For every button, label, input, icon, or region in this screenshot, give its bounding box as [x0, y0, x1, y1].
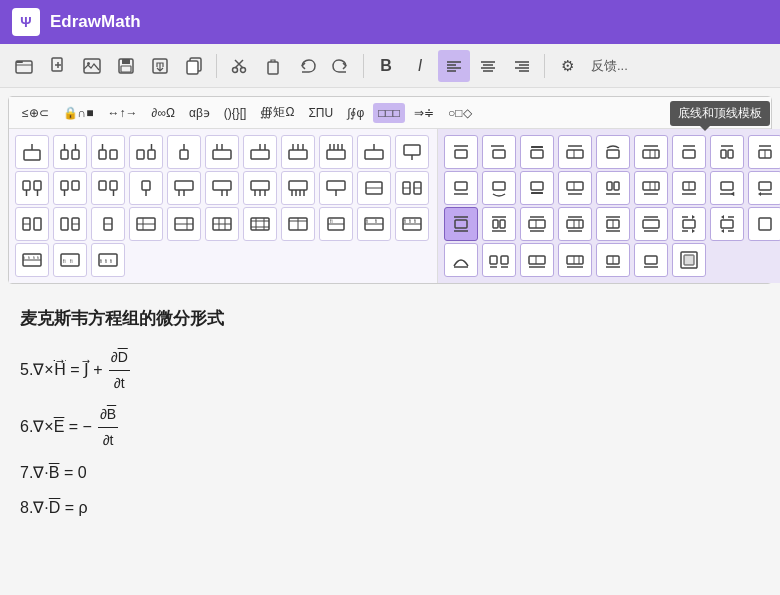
- accent-overline-4[interactable]: [558, 135, 592, 169]
- save-button[interactable]: [110, 50, 142, 82]
- sym-cell-0-2[interactable]: [91, 135, 125, 169]
- accent-extra-2[interactable]: [482, 243, 516, 277]
- bold-button[interactable]: B: [370, 50, 402, 82]
- accent-both-6[interactable]: [634, 207, 668, 241]
- accent-underline-9[interactable]: [748, 171, 780, 205]
- image-button[interactable]: [76, 50, 108, 82]
- accent-extra-7[interactable]: [672, 243, 706, 277]
- sym-tab-1[interactable]: 🔒∩■: [58, 103, 99, 123]
- align-right-button[interactable]: [506, 50, 538, 82]
- sym-tab-8[interactable]: ∫∮φ: [342, 103, 369, 123]
- accent-both-7[interactable]: [672, 207, 706, 241]
- accent-both-8[interactable]: [710, 207, 744, 241]
- sym-tab-10[interactable]: ⇒≑: [409, 103, 439, 123]
- accent-underline-8[interactable]: [710, 171, 744, 205]
- accent-extra-3[interactable]: [520, 243, 554, 277]
- accent-overline-5[interactable]: [596, 135, 630, 169]
- align-left-button[interactable]: [438, 50, 470, 82]
- accent-underline-4[interactable]: [558, 171, 592, 205]
- sym-cell-3-3[interactable]: fifififi: [15, 243, 49, 277]
- accent-underline-6[interactable]: [634, 171, 668, 205]
- sym-cell-0-8[interactable]: [319, 135, 353, 169]
- paste-button[interactable]: [257, 50, 289, 82]
- align-center-button[interactable]: [472, 50, 504, 82]
- sym-cell-3-1[interactable]: fifi: [357, 207, 391, 241]
- accent-extra-6[interactable]: [634, 243, 668, 277]
- sym-cell-2-0[interactable]: [357, 171, 391, 205]
- accent-underline-3[interactable]: [520, 171, 554, 205]
- sym-tab-4[interactable]: αβ϶: [184, 103, 215, 123]
- sym-cell-3-0[interactable]: fi: [319, 207, 353, 241]
- sym-cell-3-2[interactable]: fififi: [395, 207, 429, 241]
- sym-cell-2-1[interactable]: [395, 171, 429, 205]
- accent-overline-3[interactable]: [520, 135, 554, 169]
- accent-both-9[interactable]: [748, 207, 780, 241]
- sym-tab-3[interactable]: ∂∞Ω: [146, 103, 179, 123]
- accent-extra-5[interactable]: [596, 243, 630, 277]
- sym-cell-2-2[interactable]: [15, 207, 49, 241]
- sym-cell-3-4[interactable]: fifi: [53, 243, 87, 277]
- sym-cell-0-3[interactable]: [129, 135, 163, 169]
- sym-cell-0-5[interactable]: [205, 135, 239, 169]
- sym-cell-1-5[interactable]: [167, 171, 201, 205]
- accent-both-4[interactable]: [558, 207, 592, 241]
- feedback-label[interactable]: 反馈...: [585, 57, 634, 75]
- accent-both-1[interactable]: [444, 207, 478, 241]
- sym-cell-1-2[interactable]: [53, 171, 87, 205]
- accent-underline-2[interactable]: [482, 171, 516, 205]
- sym-cell-0-6[interactable]: [243, 135, 277, 169]
- accent-overline-2[interactable]: [482, 135, 516, 169]
- sym-cell-0-1[interactable]: [53, 135, 87, 169]
- sym-cell-2-3[interactable]: [53, 207, 87, 241]
- sym-cell-1-8[interactable]: [281, 171, 315, 205]
- cut-button[interactable]: [223, 50, 255, 82]
- sym-cell-1-6[interactable]: [205, 171, 239, 205]
- accent-underline-5[interactable]: [596, 171, 630, 205]
- sym-tab-2[interactable]: ↔↑→: [102, 103, 142, 123]
- sym-cell-3-5[interactable]: fififi: [91, 243, 125, 277]
- sym-cell-2-7[interactable]: [205, 207, 239, 241]
- accent-overline-6[interactable]: [634, 135, 668, 169]
- sym-tab-7[interactable]: ΣΠU: [303, 103, 338, 123]
- accent-both-3[interactable]: [520, 207, 554, 241]
- open-button[interactable]: [8, 50, 40, 82]
- accent-underline-7[interactable]: [672, 171, 706, 205]
- sym-tab-11[interactable]: ○□◇: [443, 103, 477, 123]
- accent-overline-8[interactable]: [710, 135, 744, 169]
- sym-cell-0-9[interactable]: [357, 135, 391, 169]
- accent-both-2[interactable]: [482, 207, 516, 241]
- accent-extra-1[interactable]: [444, 243, 478, 277]
- accent-extra-4[interactable]: [558, 243, 592, 277]
- sym-tab-0[interactable]: ≤⊕⊂: [17, 103, 54, 123]
- sym-cell-2-9[interactable]: [281, 207, 315, 241]
- sym-cell-0-7[interactable]: [281, 135, 315, 169]
- sym-cell-1-7[interactable]: [243, 171, 277, 205]
- sym-cell-2-5[interactable]: [129, 207, 163, 241]
- undo-button[interactable]: [291, 50, 323, 82]
- accent-overline-7[interactable]: [672, 135, 706, 169]
- sym-tab-6[interactable]: ∰矩Ω: [255, 101, 299, 124]
- svg-rect-171: [567, 182, 583, 190]
- redo-button[interactable]: [325, 50, 357, 82]
- sym-tab-9[interactable]: □□□: [373, 103, 405, 123]
- sym-cell-1-9[interactable]: [319, 171, 353, 205]
- accent-both-5[interactable]: [596, 207, 630, 241]
- settings-button[interactable]: ⚙: [551, 50, 583, 82]
- export-button[interactable]: [144, 50, 176, 82]
- accent-overline-9[interactable]: [748, 135, 780, 169]
- italic-button[interactable]: I: [404, 50, 436, 82]
- accent-underline-1[interactable]: [444, 171, 478, 205]
- accent-overline-1[interactable]: [444, 135, 478, 169]
- sym-cell-1-0[interactable]: [395, 135, 429, 169]
- copy2-button[interactable]: [178, 50, 210, 82]
- sym-cell-1-1[interactable]: [15, 171, 49, 205]
- sym-cell-0-4[interactable]: [167, 135, 201, 169]
- sym-tab-5[interactable]: (){}[]: [219, 103, 252, 123]
- sym-cell-2-8[interactable]: [243, 207, 277, 241]
- sym-cell-1-4[interactable]: [129, 171, 163, 205]
- sym-cell-1-3[interactable]: [91, 171, 125, 205]
- sym-cell-2-6[interactable]: [167, 207, 201, 241]
- sym-cell-0-0[interactable]: [15, 135, 49, 169]
- new-button[interactable]: [42, 50, 74, 82]
- sym-cell-2-4[interactable]: [91, 207, 125, 241]
